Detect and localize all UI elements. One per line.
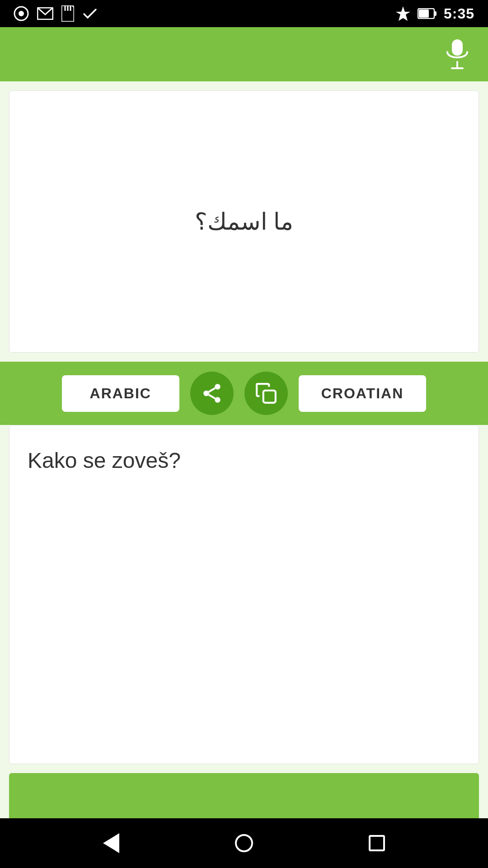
svg-line-16 bbox=[209, 388, 215, 392]
svg-line-15 bbox=[209, 395, 215, 398]
translation-panel: Kako se zoveš? bbox=[9, 425, 479, 764]
bottom-green-bar bbox=[9, 773, 479, 818]
croatian-language-button[interactable]: CROATIAN bbox=[299, 375, 427, 412]
status-icons-left bbox=[14, 5, 98, 22]
app-header bbox=[0, 27, 488, 81]
svg-rect-7 bbox=[434, 11, 436, 16]
status-icons-right: 5:35 bbox=[395, 5, 474, 22]
svg-rect-17 bbox=[263, 391, 276, 403]
copy-icon bbox=[255, 382, 277, 405]
language-bar: ARABIC CROATIAN bbox=[0, 362, 488, 425]
back-icon bbox=[103, 833, 119, 853]
svg-rect-9 bbox=[452, 39, 463, 56]
share-button[interactable] bbox=[190, 372, 234, 415]
share-icon bbox=[201, 382, 223, 405]
back-button[interactable] bbox=[103, 833, 119, 853]
svg-point-12 bbox=[215, 384, 221, 390]
check-icon bbox=[82, 6, 98, 21]
source-panel: ما اسمك؟ bbox=[9, 90, 479, 353]
airplane-icon bbox=[395, 5, 411, 22]
arabic-language-button[interactable]: ARABIC bbox=[62, 375, 179, 412]
message-icon bbox=[14, 6, 29, 21]
battery-icon bbox=[418, 8, 437, 19]
time-display: 5:35 bbox=[444, 5, 474, 22]
translation-text: Kako se zoveš? bbox=[28, 448, 181, 473]
svg-point-14 bbox=[215, 397, 221, 403]
sd-card-icon bbox=[61, 5, 74, 22]
mic-icon bbox=[445, 38, 470, 70]
svg-point-13 bbox=[203, 391, 209, 396]
microphone-button[interactable] bbox=[445, 38, 470, 70]
copy-button[interactable] bbox=[244, 372, 288, 415]
source-text: ما اسمك؟ bbox=[195, 208, 293, 235]
main-content: ما اسمك؟ ARABIC CROATIAN Kako se zoveš? bbox=[0, 81, 488, 818]
home-button[interactable] bbox=[235, 834, 253, 852]
home-icon bbox=[235, 834, 253, 852]
recent-button[interactable] bbox=[369, 835, 385, 851]
nav-bar bbox=[0, 818, 488, 868]
recent-icon bbox=[369, 835, 385, 851]
svg-point-1 bbox=[19, 11, 24, 16]
status-bar: 5:35 bbox=[0, 0, 488, 27]
gmail-icon bbox=[37, 7, 53, 20]
svg-rect-8 bbox=[419, 9, 429, 18]
